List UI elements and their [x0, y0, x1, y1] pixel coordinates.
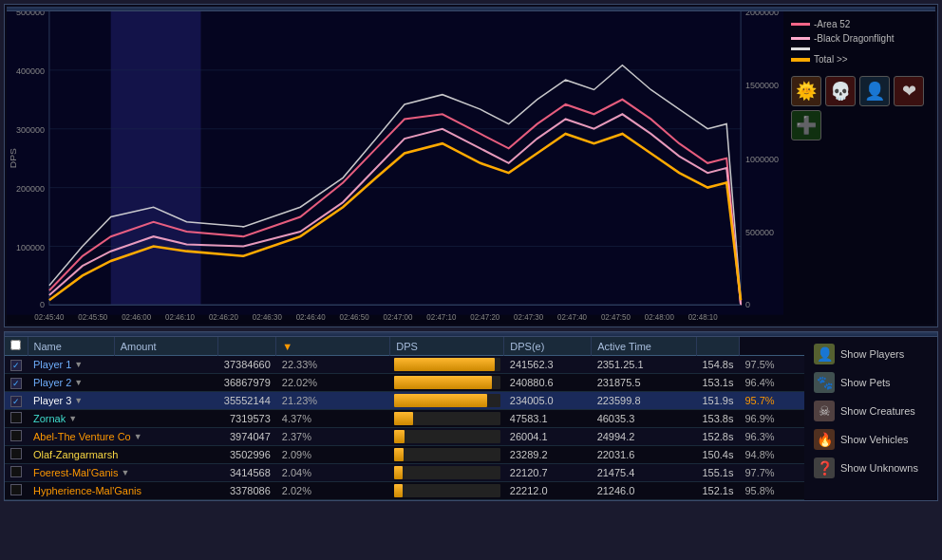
row-name[interactable]: Abel-The Venture Co ▼ [28, 428, 218, 446]
row-name[interactable]: Hypherience-Mal'Ganis [28, 482, 218, 500]
table-container: Name Amount ▼ DPS DPS(e) Active Time ✓ P… [5, 337, 937, 500]
show-players-btn[interactable]: 👤 Show Players [808, 341, 933, 367]
show-pets-btn[interactable]: 🐾 Show Pets [808, 369, 933, 396]
svg-text:500000: 500000 [16, 11, 45, 17]
row-bar [390, 356, 504, 374]
row-bar [390, 464, 504, 482]
row-dpse: 22031.6 [592, 446, 697, 464]
svg-text:02:47:30: 02:47:30 [514, 313, 544, 322]
row-active-pct: 96.3% [739, 428, 804, 446]
svg-text:02:46:50: 02:46:50 [340, 313, 370, 322]
svg-text:02:46:30: 02:46:30 [253, 313, 283, 322]
svg-text:02:47:40: 02:47:40 [557, 313, 588, 322]
col-pct [218, 337, 276, 356]
svg-text:02:48:10: 02:48:10 [688, 313, 719, 322]
svg-text:02:48:00: 02:48:00 [645, 313, 675, 322]
row-dps: 241562.3 [504, 356, 592, 374]
col-name[interactable] [5, 337, 28, 356]
col-dpse[interactable]: DPS(e) [504, 337, 592, 356]
legend-icon-sun[interactable]: 🌞 [791, 76, 821, 106]
row-active-time: 152.1s [696, 482, 739, 500]
legend-icon-plus[interactable]: ➕ [791, 110, 821, 140]
row-amount: 3974047 [218, 428, 276, 446]
legend-item-black-dragonflight: -Black Dragonflight [791, 33, 928, 44]
row-name[interactable]: Player 1 ▼ [28, 356, 218, 374]
legend-icon-heart[interactable]: ❤ [894, 76, 924, 106]
row-pct: 4.37% [276, 410, 390, 428]
show-creatures-btn[interactable]: ☠ Show Creatures [808, 398, 933, 424]
graph-section: 500000 400000 300000 200000 100000 0 DPS… [4, 4, 938, 327]
row-amount: 7319573 [218, 410, 276, 428]
row-amount: 36867979 [218, 374, 276, 392]
row-checkbox[interactable] [5, 446, 28, 464]
row-amount: 3502996 [218, 446, 276, 464]
row-checkbox[interactable]: ✓ [5, 392, 28, 410]
svg-text:02:45:40: 02:45:40 [34, 313, 65, 322]
row-amount: 35552144 [218, 392, 276, 410]
row-active-pct: 96.9% [739, 410, 804, 428]
svg-text:02:46:00: 02:46:00 [122, 313, 152, 322]
graph-container: 500000 400000 300000 200000 100000 0 DPS… [7, 11, 935, 325]
row-dpse: 21246.0 [592, 482, 697, 500]
svg-text:02:47:00: 02:47:00 [383, 313, 413, 322]
row-bar [390, 482, 504, 500]
row-pct: 22.02% [276, 374, 390, 392]
row-amount: 3378086 [218, 482, 276, 500]
col-amount[interactable]: Amount [114, 337, 218, 356]
svg-text:02:45:50: 02:45:50 [78, 313, 108, 322]
svg-rect-1 [111, 11, 201, 305]
table-row: Hypherience-Mal'Ganis 3378086 2.02% 2221… [5, 482, 804, 500]
row-pct: 2.04% [276, 464, 390, 482]
row-dps: 26004.1 [504, 428, 592, 446]
row-active-pct: 94.8% [739, 446, 804, 464]
svg-text:2000000: 2000000 [745, 11, 779, 17]
row-dpse: 21475.4 [592, 464, 697, 482]
row-checkbox[interactable] [5, 482, 28, 500]
row-active-pct: 95.7% [739, 392, 804, 410]
svg-text:1500000: 1500000 [745, 81, 779, 90]
row-name[interactable]: Player 3 ▼ [28, 392, 218, 410]
row-name[interactable]: Foerest-Mal'Ganis ▼ [28, 464, 218, 482]
row-checkbox[interactable]: ✓ [5, 374, 28, 392]
graph-legend: -Area 52 -Black Dragonflight Total >> 🌞 … [783, 11, 935, 325]
row-active-pct: 95.8% [739, 482, 804, 500]
graph-canvas: 500000 400000 300000 200000 100000 0 DPS… [7, 11, 783, 325]
show-vehicles-icon: 🔥 [814, 429, 835, 450]
svg-text:200000: 200000 [16, 184, 45, 194]
row-name[interactable]: Player 2 ▼ [28, 374, 218, 392]
legend-icon-skull[interactable]: 💀 [825, 76, 856, 106]
svg-text:02:47:20: 02:47:20 [470, 313, 500, 322]
show-unknowns-btn[interactable]: ❓ Show Unknowns [808, 455, 933, 481]
row-dps: 22120.7 [504, 464, 592, 482]
svg-text:1000000: 1000000 [745, 155, 779, 164]
col-active[interactable]: Active Time [592, 337, 697, 356]
row-dpse: 46035.3 [592, 410, 697, 428]
graph-area[interactable]: 500000 400000 300000 200000 100000 0 DPS… [7, 11, 783, 325]
row-active-time: 153.1s [696, 374, 739, 392]
row-bar [390, 410, 504, 428]
legend-item-total: Total >> [791, 54, 928, 65]
svg-text:0: 0 [40, 300, 45, 309]
row-active-pct: 97.5% [739, 356, 804, 374]
row-pct: 21.23% [276, 392, 390, 410]
row-name[interactable]: Olaf-Zangarmarsh [28, 446, 218, 464]
row-checkbox[interactable] [5, 410, 28, 428]
col-bar: ▼ [276, 337, 390, 356]
row-amount: 37384660 [218, 356, 276, 374]
row-amount: 3414568 [218, 464, 276, 482]
legend-item-white [791, 47, 928, 50]
svg-text:100000: 100000 [16, 242, 45, 252]
main-table-wrapper: Name Amount ▼ DPS DPS(e) Active Time ✓ P… [5, 337, 804, 500]
row-checkbox[interactable]: ✓ [5, 356, 28, 374]
col-dps[interactable]: DPS [390, 337, 504, 356]
show-vehicles-btn[interactable]: 🔥 Show Vehicles [808, 426, 933, 453]
row-name[interactable]: Zornak ▼ [28, 410, 218, 428]
table-row: Foerest-Mal'Ganis ▼ 3414568 2.04% 22120.… [5, 464, 804, 482]
legend-icon-person[interactable]: 👤 [859, 76, 890, 106]
row-bar [390, 392, 504, 410]
svg-text:02:46:10: 02:46:10 [165, 313, 196, 322]
row-dpse: 231875.5 [592, 374, 697, 392]
row-checkbox[interactable] [5, 464, 28, 482]
row-pct: 22.33% [276, 356, 390, 374]
row-checkbox[interactable] [5, 428, 28, 446]
